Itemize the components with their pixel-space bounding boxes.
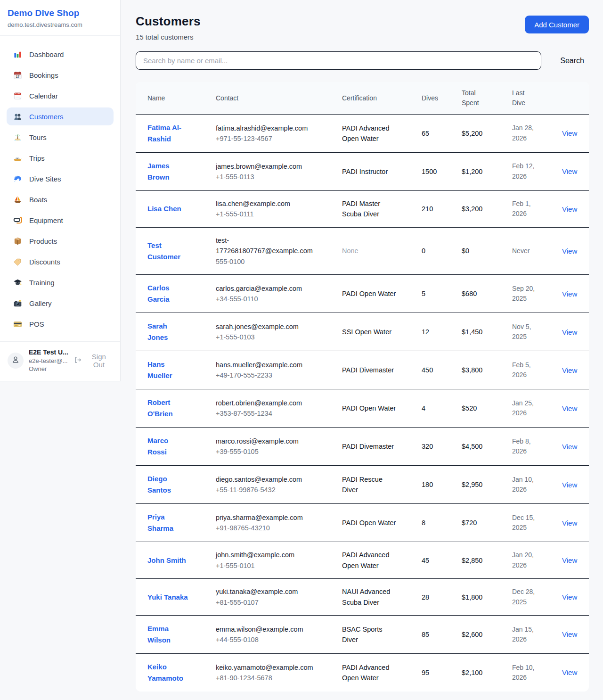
view-link[interactable]: View: [562, 167, 577, 175]
contact-cell: yuki.tanaka@example.com +81-555-0107: [204, 579, 330, 616]
table-row: Test Customer test-1772681807767@example…: [136, 227, 589, 274]
view-link[interactable]: View: [562, 129, 577, 137]
dives-cell: 4: [410, 389, 450, 428]
view-link[interactable]: View: [562, 366, 577, 374]
user-info: E2E Test U... e2e-tester@... Owner: [29, 348, 68, 373]
shop-name: Demo Dive Shop: [8, 8, 113, 18]
view-link[interactable]: View: [562, 630, 577, 638]
dives-cell: 320: [410, 428, 450, 466]
customer-phone: +1-555-0113: [216, 172, 323, 182]
search-button[interactable]: Search: [555, 54, 589, 68]
sidebar-item-label: Trips: [29, 154, 45, 162]
customer-name-link[interactable]: Sarah Jones: [147, 321, 188, 343]
contact-cell: john.smith@example.com +1-555-0101: [204, 542, 330, 579]
view-link[interactable]: View: [562, 443, 577, 451]
customer-name-link[interactable]: Priya Sharma: [147, 511, 188, 534]
customer-name-link[interactable]: Carlos Garcia: [147, 282, 188, 305]
dives-cell: 95: [410, 654, 450, 692]
col-header-total-spent: Total Spent: [450, 82, 500, 115]
certification-cell: PADI Advanced Open Water: [330, 654, 410, 692]
customer-name-link[interactable]: Marco Rossi: [147, 435, 188, 458]
view-link[interactable]: View: [562, 519, 577, 527]
tag-icon: [13, 257, 22, 266]
view-link[interactable]: View: [562, 328, 577, 336]
certification-cell: PADI Master Scuba Diver: [330, 191, 410, 228]
dives-cell: 85: [410, 616, 450, 654]
customer-phone: +353-87-555-1234: [216, 408, 323, 419]
customer-name-link[interactable]: Hans Mueller: [147, 359, 188, 381]
customer-name-link[interactable]: Diego Santos: [147, 473, 188, 496]
customer-name-link[interactable]: Robert O'Brien: [147, 397, 188, 420]
customer-name-link[interactable]: John Smith: [147, 555, 186, 566]
customer-phone: +34-555-0110: [216, 294, 323, 304]
sidebar-item-bookings[interactable]: 17 Bookings: [7, 66, 114, 84]
page-header: Customers 15 total customers Add Custome…: [136, 14, 589, 41]
total-spent-cell: $520: [450, 389, 500, 428]
customer-email: marco.rossi@example.com: [216, 436, 323, 446]
sidebar-item-trips[interactable]: Trips: [7, 149, 114, 167]
customer-name-link[interactable]: Lisa Chen: [147, 203, 181, 214]
last-dive-cell: Feb 8, 2026: [500, 428, 550, 466]
customer-name-link[interactable]: Fatima Al-Rashid: [147, 122, 188, 145]
certification-cell: PADI Open Water: [330, 275, 410, 313]
view-link[interactable]: View: [562, 556, 577, 564]
sidebar-item-boats[interactable]: Boats: [7, 190, 114, 208]
view-link[interactable]: View: [562, 205, 577, 213]
customer-email: diego.santos@example.com: [216, 474, 323, 485]
last-dive-cell: Feb 10, 2026: [500, 654, 550, 692]
sidebar-item-equipment[interactable]: Equipment: [7, 211, 114, 229]
sidebar-item-gallery[interactable]: Gallery: [7, 294, 114, 312]
sidebar-item-calendar[interactable]: Calendar: [7, 87, 114, 105]
sign-out-label: Sign Out: [85, 353, 113, 369]
sidebar-item-discounts[interactable]: Discounts: [7, 253, 114, 271]
add-customer-button[interactable]: Add Customer: [525, 16, 589, 33]
total-spent-cell: $4,500: [450, 428, 500, 466]
certification-cell: PADI Open Water: [330, 504, 410, 542]
customer-email: test-1772681807767@example.com: [216, 235, 323, 256]
col-header-certification: Certification: [330, 82, 410, 115]
dives-cell: 28: [410, 579, 450, 616]
certification-cell: SSI Open Water: [330, 313, 410, 351]
customer-name-link[interactable]: Yuki Tanaka: [147, 592, 188, 603]
dives-cell: 210: [410, 191, 450, 228]
customer-name-link[interactable]: Emma Wilson: [147, 623, 188, 646]
sidebar-item-dashboard[interactable]: Dashboard: [7, 45, 114, 63]
view-link[interactable]: View: [562, 404, 577, 412]
sidebar-item-customers[interactable]: Customers: [7, 107, 114, 125]
view-link[interactable]: View: [562, 593, 577, 601]
col-header-last-dive: Last Dive: [500, 82, 550, 115]
customer-email: keiko.yamamoto@example.com: [216, 662, 323, 673]
contact-cell: diego.santos@example.com +55-11-99876-54…: [204, 466, 330, 504]
sidebar-item-pos[interactable]: POS: [7, 315, 114, 333]
customer-phone: +971-55-123-4567: [216, 133, 323, 144]
view-link[interactable]: View: [562, 668, 577, 676]
last-dive-cell: Dec 28, 2025: [500, 579, 550, 616]
customer-phone: +55-11-99876-5432: [216, 485, 323, 495]
table-row: Diego Santos diego.santos@example.com +5…: [136, 466, 589, 504]
sidebar-item-dive-sites[interactable]: Dive Sites: [7, 170, 114, 188]
contact-cell: emma.wilson@example.com +44-555-0108: [204, 616, 330, 654]
customers-table: Name Contact Certification Dives Total S…: [136, 82, 589, 692]
svg-text:17: 17: [16, 75, 20, 78]
certification-cell: PADI Open Water: [330, 389, 410, 428]
view-link[interactable]: View: [562, 247, 577, 255]
dives-cell: 180: [410, 466, 450, 504]
search-input[interactable]: [136, 51, 541, 70]
total-spent-cell: $720: [450, 504, 500, 542]
customer-name-link[interactable]: Test Customer: [147, 240, 188, 263]
contact-cell: james.brown@example.com +1-555-0113: [204, 153, 330, 191]
certification-cell: PADI Rescue Diver: [330, 466, 410, 504]
sidebar-item-tours[interactable]: Tours: [7, 128, 114, 146]
sidebar-item-products[interactable]: Products: [7, 232, 114, 250]
sidebar-item-label: Bookings: [29, 71, 58, 79]
view-link[interactable]: View: [562, 481, 577, 489]
sign-out-button[interactable]: Sign Out: [73, 353, 113, 369]
customer-name-link[interactable]: Keiko Yamamoto: [147, 661, 188, 684]
table-row: Lisa Chen lisa.chen@example.com +1-555-0…: [136, 191, 589, 228]
customer-name-link[interactable]: James Brown: [147, 160, 188, 183]
sidebar-item-label: POS: [29, 320, 44, 328]
sidebar-item-training[interactable]: Training: [7, 273, 114, 291]
contact-cell: keiko.yamamoto@example.com +81-90-1234-5…: [204, 654, 330, 692]
view-link[interactable]: View: [562, 290, 577, 298]
certification-cell: BSAC Sports Diver: [330, 616, 410, 654]
